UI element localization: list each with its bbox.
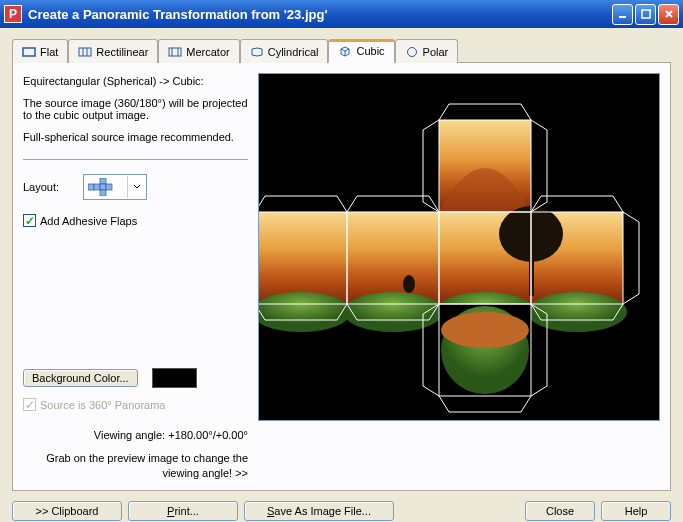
titlebar: P Create a Panoramic Transformation from…: [0, 0, 683, 28]
tab-mercator[interactable]: Mercator: [158, 39, 239, 63]
tab-bar: Flat Rectilinear Mercator Cylindrical Cu…: [12, 38, 671, 63]
svg-rect-12: [106, 184, 112, 190]
svg-point-28: [441, 312, 529, 348]
close-dialog-button[interactable]: Close: [525, 501, 595, 521]
flat-icon: [22, 46, 36, 58]
add-flaps-label: Add Adhesive Flaps: [40, 215, 137, 227]
svg-point-20: [343, 292, 443, 332]
svg-rect-8: [100, 178, 106, 184]
transform-note: Full-spherical source image recommended.: [23, 131, 248, 143]
close-button[interactable]: [658, 4, 679, 25]
minimize-button[interactable]: [612, 4, 633, 25]
svg-rect-9: [88, 184, 94, 190]
tab-label: Cylindrical: [268, 46, 319, 58]
tab-rectilinear[interactable]: Rectilinear: [68, 39, 158, 63]
tab-cylindrical[interactable]: Cylindrical: [240, 39, 329, 63]
preview-area[interactable]: [258, 73, 660, 421]
tab-label: Rectilinear: [96, 46, 148, 58]
tab-label: Polar: [423, 46, 449, 58]
source-360-checkbox: ✓: [23, 398, 36, 411]
chevron-down-icon: [127, 176, 145, 198]
cubic-icon: [338, 45, 352, 57]
svg-point-25: [403, 275, 415, 293]
background-color-button[interactable]: Background Color...: [23, 369, 138, 387]
svg-point-22: [527, 292, 627, 332]
print-button[interactable]: Print...: [128, 501, 238, 521]
svg-rect-15: [259, 212, 347, 304]
svg-rect-16: [347, 212, 439, 304]
svg-rect-1: [642, 10, 650, 18]
svg-point-7: [407, 47, 416, 56]
svg-rect-2: [23, 48, 35, 56]
tab-label: Cubic: [356, 45, 384, 57]
maximize-button[interactable]: [635, 4, 656, 25]
background-color-swatch[interactable]: [152, 368, 197, 388]
mercator-icon: [168, 46, 182, 58]
button-row: >> Clipboard Print... Save As Image File…: [0, 501, 683, 521]
svg-rect-0: [619, 16, 626, 18]
layout-dropdown[interactable]: [83, 174, 147, 200]
rectilinear-icon: [78, 46, 92, 58]
app-icon: P: [4, 5, 22, 23]
svg-rect-3: [79, 48, 91, 56]
clipboard-button[interactable]: >> Clipboard: [12, 501, 122, 521]
tab-cubic[interactable]: Cubic: [328, 39, 394, 63]
source-360-label: Source is 360° Panorama: [40, 399, 165, 411]
window-title: Create a Panoramic Transformation from '…: [28, 7, 612, 22]
transform-heading: Equirectangular (Spherical) -> Cubic:: [23, 75, 248, 87]
cross-layout-icon: [85, 176, 127, 198]
svg-rect-6: [169, 48, 181, 56]
divider: [23, 159, 248, 160]
preview-hint: Grab on the preview image to change the …: [23, 451, 248, 480]
svg-rect-13: [100, 190, 106, 196]
svg-rect-10: [94, 184, 100, 190]
left-panel: Equirectangular (Spherical) -> Cubic: Th…: [23, 75, 248, 480]
tab-label: Flat: [40, 46, 58, 58]
add-flaps-checkbox[interactable]: ✓: [23, 214, 36, 227]
svg-rect-11: [100, 184, 106, 190]
transform-description: The source image (360/180°) will be proj…: [23, 97, 248, 121]
save-button[interactable]: Save As Image File...: [244, 501, 394, 521]
viewing-angle: Viewing angle: +180.00°/+0.00°: [23, 429, 248, 441]
help-button[interactable]: Help: [601, 501, 671, 521]
tab-polar[interactable]: Polar: [395, 39, 459, 63]
tab-label: Mercator: [186, 46, 229, 58]
cylindrical-icon: [250, 46, 264, 58]
polar-icon: [405, 46, 419, 58]
tab-flat[interactable]: Flat: [12, 39, 68, 63]
layout-label: Layout:: [23, 181, 59, 193]
